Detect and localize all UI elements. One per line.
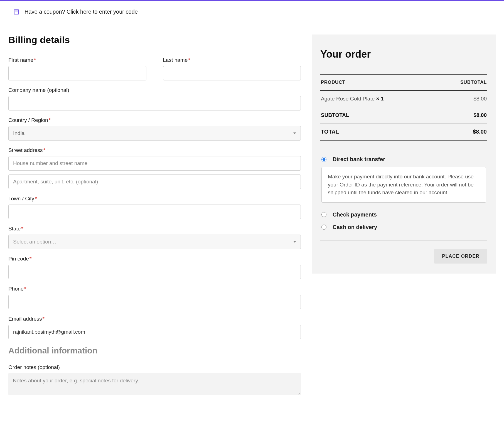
state-label: State* — [8, 226, 301, 232]
phone-field: Phone* — [8, 286, 301, 309]
order-notes-field: Order notes (optional) — [8, 364, 301, 396]
additional-heading: Additional information — [8, 346, 301, 355]
payment-radio-cod[interactable] — [321, 225, 326, 230]
divider — [320, 240, 487, 241]
payment-radio-check[interactable] — [321, 212, 326, 217]
payment-label-cod: Cash on delivery — [333, 224, 377, 230]
street-field: Street address* — [8, 147, 301, 189]
subtotal-value: $8.00 — [437, 107, 487, 124]
payment-label-check: Check payments — [333, 212, 377, 218]
payment-label-bank: Direct bank transfer — [333, 156, 385, 163]
city-label: Town / City* — [8, 196, 301, 202]
country-field: Country / Region* India — [8, 117, 301, 141]
col-product: PRODUCT — [320, 74, 437, 90]
country-select[interactable]: India — [8, 126, 301, 141]
chevron-down-icon — [293, 132, 296, 134]
billing-section: Billing details First name* Last name* C… — [8, 35, 301, 403]
company-input[interactable] — [8, 96, 301, 110]
total-value: $8.00 — [437, 124, 487, 141]
first-name-field: First name* — [8, 57, 146, 80]
phone-label: Phone* — [8, 286, 301, 292]
table-row: Agate Rose Gold Plate × 1 $8.00 — [320, 90, 487, 107]
coupon-text: Have a coupon? Click here to enter your … — [24, 9, 138, 15]
item-name-cell: Agate Rose Gold Plate × 1 — [320, 90, 437, 107]
country-value: India — [13, 130, 24, 136]
email-input[interactable] — [8, 325, 301, 339]
payment-radio-bank[interactable] — [321, 157, 326, 162]
coupon-prefix: Have a coupon? — [24, 9, 67, 15]
city-field: Town / City* — [8, 196, 301, 219]
street-line2-input[interactable] — [8, 174, 301, 189]
last-name-label: Last name* — [163, 57, 301, 63]
chevron-down-icon — [293, 241, 296, 243]
coupon-link[interactable]: Click here to enter your code — [67, 9, 138, 15]
billing-heading: Billing details — [8, 35, 301, 45]
street-line1-input[interactable] — [8, 156, 301, 171]
order-notes-input[interactable] — [8, 373, 301, 395]
payment-option-cod[interactable]: Cash on delivery — [320, 222, 487, 235]
accent-bar — [0, 0, 504, 1]
phone-input[interactable] — [8, 295, 301, 309]
country-label: Country / Region* — [8, 117, 301, 123]
state-select[interactable]: Select an option… — [8, 235, 301, 249]
order-summary: Your order PRODUCT SUBTOTAL Agate Rose G… — [312, 35, 496, 274]
payment-methods: Direct bank transfer Make your payment d… — [320, 154, 487, 264]
place-order-button[interactable]: PLACE ORDER — [434, 249, 487, 264]
street-label: Street address* — [8, 147, 301, 153]
payment-option-check[interactable]: Check payments — [320, 210, 487, 222]
coupon-notice: Have a coupon? Click here to enter your … — [8, 9, 496, 15]
company-label: Company name (optional) — [8, 87, 301, 93]
first-name-input[interactable] — [8, 66, 146, 80]
order-notes-label: Order notes (optional) — [8, 364, 301, 370]
pin-label: Pin code* — [8, 256, 301, 262]
payment-option-bank[interactable]: Direct bank transfer — [320, 154, 487, 167]
city-input[interactable] — [8, 205, 301, 219]
order-table: PRODUCT SUBTOTAL Agate Rose Gold Plate ×… — [320, 74, 487, 141]
first-name-label: First name* — [8, 57, 146, 63]
col-subtotal: SUBTOTAL — [437, 74, 487, 90]
pin-field: Pin code* — [8, 256, 301, 279]
company-field: Company name (optional) — [8, 87, 301, 110]
email-field: Email address* — [8, 316, 301, 339]
state-placeholder: Select an option… — [13, 239, 56, 245]
last-name-field: Last name* — [163, 57, 301, 80]
last-name-input[interactable] — [163, 66, 301, 80]
subtotal-label: SUBTOTAL — [320, 107, 437, 124]
pin-input[interactable] — [8, 265, 301, 279]
payment-desc-bank: Make your payment directly into our bank… — [321, 167, 486, 203]
total-label: TOTAL — [320, 124, 437, 141]
coupon-icon — [14, 9, 19, 14]
order-heading: Your order — [320, 48, 487, 60]
item-price-cell: $8.00 — [437, 90, 487, 107]
email-label: Email address* — [8, 316, 301, 322]
state-field: State* Select an option… — [8, 226, 301, 249]
